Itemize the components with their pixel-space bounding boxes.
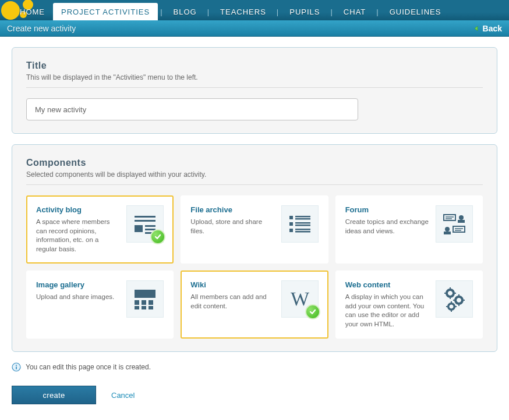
component-desc: All members can add and edit content. [190, 293, 275, 311]
svg-point-49 [16, 365, 17, 366]
component-desc: Upload and share images. [36, 293, 121, 302]
svg-rect-17 [295, 231, 310, 233]
svg-rect-6 [145, 225, 155, 227]
svg-rect-25 [453, 226, 465, 232]
svg-rect-22 [458, 220, 465, 223]
selected-check-icon [150, 229, 165, 244]
component-title: Wiki [190, 280, 275, 289]
component-title: Web content [345, 280, 430, 289]
webcontent-icon [436, 280, 473, 318]
title-heading: Title [26, 60, 483, 71]
svg-rect-33 [142, 306, 146, 309]
svg-rect-5 [135, 225, 143, 232]
nav-tab[interactable]: CHAT [335, 3, 374, 20]
component-card[interactable]: Activity blogA space where members can r… [26, 195, 174, 264]
components-sub: Selected components will be displayed wi… [26, 170, 483, 179]
nav-tab[interactable]: GUIDELINES [381, 3, 450, 20]
component-title: Activity blog [36, 205, 121, 214]
forum-icon [436, 205, 473, 243]
create-button[interactable]: create [12, 386, 96, 404]
title-sub: This will be displayed in the "Activitie… [26, 73, 483, 81]
page-header: Create new activity Back [0, 20, 509, 37]
component-title: Forum [345, 205, 430, 214]
nav-tab[interactable]: HOME [12, 3, 53, 20]
nav-separator: | [205, 3, 212, 20]
divider [26, 87, 483, 88]
content: Title This will be displayed in the "Act… [0, 47, 509, 416]
activity-title-input[interactable] [26, 98, 358, 120]
top-nav: HOMEPROJECT ACTIVITIES|BLOG|TEACHERS|PUP… [0, 0, 509, 20]
components-heading: Components [26, 158, 483, 168]
svg-rect-29 [135, 300, 139, 305]
info-text: You can edit this page once it is create… [26, 363, 151, 371]
svg-rect-11 [295, 218, 310, 220]
components-grid: Activity blogA space where members can r… [26, 195, 483, 339]
svg-rect-12 [289, 222, 293, 226]
components-panel: Components Selected components will be d… [12, 144, 497, 352]
selected-check-icon [305, 304, 320, 319]
svg-rect-13 [295, 222, 310, 224]
svg-rect-3 [135, 216, 155, 218]
component-card[interactable]: WikiAll members can add and edit content… [181, 270, 328, 339]
wiki-icon: W [281, 280, 319, 318]
nav-separator: | [374, 3, 381, 20]
nav-separator: | [158, 3, 165, 20]
title-panel: Title This will be displayed in the "Act… [12, 47, 497, 134]
component-desc: A display in which you can add your own … [345, 293, 430, 329]
component-card[interactable]: ForumCreate topics and exchange ideas an… [335, 195, 483, 264]
info-row: You can edit this page once it is create… [12, 362, 497, 372]
svg-rect-14 [295, 225, 310, 226]
svg-rect-16 [295, 229, 310, 230]
svg-rect-30 [142, 300, 146, 305]
info-icon [12, 362, 21, 372]
page-title: Create new activity [7, 24, 76, 33]
nav-tab[interactable]: PROJECT ACTIVITIES [53, 3, 158, 20]
component-desc: A space where members can record opinion… [36, 218, 121, 254]
archive-icon [281, 205, 319, 243]
nav-tab[interactable]: PUPILS [281, 3, 328, 20]
back-arrow-icon [473, 25, 480, 32]
divider [26, 184, 483, 185]
svg-rect-15 [289, 229, 293, 232]
svg-rect-28 [135, 290, 155, 298]
back-button[interactable]: Back [473, 24, 502, 33]
svg-rect-4 [135, 220, 155, 222]
svg-rect-24 [444, 232, 451, 234]
component-card[interactable]: File archiveUpload, store and share file… [181, 195, 328, 264]
component-card[interactable]: Web contentA display in which you can ad… [335, 270, 483, 339]
component-desc: Create topics and exchange ideas and vie… [345, 218, 430, 236]
svg-rect-34 [149, 306, 153, 309]
svg-point-21 [459, 215, 464, 220]
back-label: Back [483, 24, 502, 33]
svg-rect-50 [16, 366, 17, 369]
nav-separator: | [328, 3, 335, 20]
blog-icon [126, 205, 164, 243]
cancel-link[interactable]: Cancel [111, 391, 135, 400]
svg-rect-10 [295, 216, 310, 218]
component-card[interactable]: Image galleryUpload and share images. [26, 270, 174, 339]
nav-tab[interactable]: TEACHERS [212, 3, 274, 20]
button-row: create Cancel [12, 386, 497, 404]
svg-rect-9 [289, 216, 293, 219]
component-desc: Upload, store and share files. [190, 218, 275, 236]
svg-rect-31 [149, 300, 153, 305]
svg-rect-18 [444, 215, 455, 220]
svg-rect-32 [135, 306, 139, 309]
nav-tab[interactable]: BLOG [165, 3, 205, 20]
component-title: Image gallery [36, 280, 121, 289]
nav-separator: | [274, 3, 281, 20]
svg-point-23 [445, 227, 450, 232]
component-title: File archive [190, 205, 275, 214]
gallery-icon [126, 280, 164, 318]
